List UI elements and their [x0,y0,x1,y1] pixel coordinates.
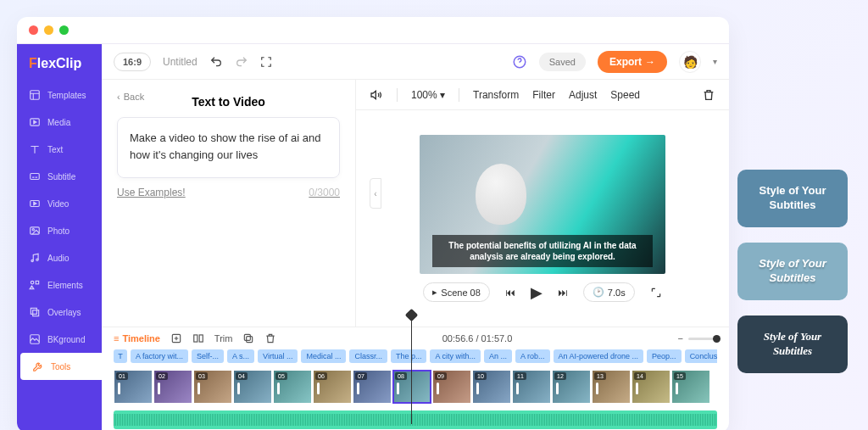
video-clip[interactable]: 11 [512,370,551,404]
prev-button[interactable]: ⏮ [505,287,515,299]
text-clip[interactable]: A factory wit... [131,349,188,363]
svg-point-9 [36,259,38,260]
text-clip[interactable]: An ... [484,349,512,363]
text-clip[interactable]: A s... [227,349,254,363]
text-clip[interactable]: Virtual ... [258,349,298,363]
sidebar-item-elements[interactable]: Elements [17,271,102,299]
sidebar-item-bkground[interactable]: BKground [17,326,102,353]
subtitle-style-card-1[interactable]: Style of Your Subtitles [737,170,848,227]
help-button[interactable] [512,54,527,70]
split-button[interactable] [192,332,204,344]
fullscreen-button[interactable] [260,56,272,68]
window-close[interactable] [29,25,38,35]
text-clip[interactable]: An AI-powered drone ... [554,349,644,363]
transform-button[interactable]: Transform [473,89,519,101]
text-clip[interactable]: Conclusio... [685,349,717,363]
video-clip[interactable]: 09 [432,370,471,404]
sidebar-item-label: Photo [47,226,70,236]
copy-button[interactable] [242,332,254,344]
speed-button[interactable]: Speed [610,89,640,101]
video-clip[interactable]: 05 [273,370,312,404]
sidebar-item-label: Tools [51,362,70,371]
export-button[interactable]: Export → [598,51,667,73]
sidebar-item-video[interactable]: Video [17,190,102,217]
subtitle-style-card-2[interactable]: Style of Your Subtitles [737,243,848,300]
svg-rect-11 [36,281,39,284]
video-clip[interactable]: 07 [353,370,392,404]
sidebar-item-photo[interactable]: Photo [17,217,102,244]
sidebar-item-label: Text [47,145,63,154]
chevron-down-icon[interactable]: ▾ [713,57,717,66]
zoom-out-button[interactable]: − [678,333,683,343]
user-avatar[interactable]: 🧑 [679,51,701,73]
zoom-level[interactable]: 100% ▾ [411,89,445,101]
text-clip[interactable]: The p... [391,349,427,363]
video-clip[interactable]: 15 [671,370,710,404]
text-clip[interactable]: A city with... [430,349,481,363]
project-title[interactable]: Untitled [163,56,198,68]
text-clip[interactable]: Classr... [349,349,387,363]
video-clip[interactable]: 02 [153,370,192,404]
sidebar-item-overlays[interactable]: Overlays [17,299,102,326]
video-clip[interactable]: 03 [193,370,232,404]
text-clip[interactable]: Medical ... [301,349,346,363]
aspect-ratio-button[interactable]: 16:9 [114,53,151,71]
video-clip[interactable]: 01 [114,370,153,404]
video-track[interactable]: 010203040506070809101112131415 [114,370,717,404]
expand-button[interactable] [650,287,662,299]
svg-marker-2 [34,120,36,124]
adjust-button[interactable]: Adjust [569,89,597,101]
sidebar-item-text[interactable]: Text [17,136,102,163]
use-examples-link[interactable]: Use Examples! [117,187,186,198]
redo-button[interactable] [235,55,248,69]
video-clip[interactable]: 08 [392,370,431,404]
sidebar-item-media[interactable]: Media [17,109,102,136]
collapse-panel-button[interactable]: ‹ [370,178,381,209]
playhead[interactable] [411,314,412,424]
photo-icon [29,225,41,237]
panel-title: Text to Video [117,95,340,109]
duration-button[interactable]: 🕑 7.0s [583,282,635,302]
volume-icon[interactable] [370,88,383,102]
scene-button[interactable]: ▸ Scene 08 [423,282,489,302]
video-clip[interactable]: 10 [472,370,511,404]
sidebar-item-templates[interactable]: Templates [17,81,102,109]
sidebar: FlexClip Templates Media Text Subtitle V… [17,44,102,430]
sidebar-item-tools[interactable]: Tools [20,353,102,380]
text-clip[interactable]: Self-... [192,349,224,363]
text-icon [29,143,41,155]
prompt-input[interactable]: Make a video to show the rise of ai and … [117,117,340,178]
sidebar-item-label: Overlays [47,308,81,317]
text-clip[interactable]: Peop... [647,349,682,363]
video-clip[interactable]: 13 [592,370,631,404]
timeline-tab[interactable]: ≡ Timeline [114,333,160,343]
window-maximize[interactable] [59,25,69,35]
delete-clip-button[interactable] [264,332,276,344]
video-clip[interactable]: 04 [233,370,272,404]
undo-button[interactable] [209,55,223,69]
subtitle-style-card-3[interactable]: Style of Your Subtitles [737,316,848,373]
sidebar-item-subtitle[interactable]: Subtitle [17,163,102,190]
filter-button[interactable]: Filter [532,89,555,101]
window-minimize[interactable] [44,25,53,35]
char-counter: 0/3000 [309,187,340,198]
text-clip[interactable]: T [114,349,127,363]
video-clip[interactable]: 12 [552,370,591,404]
next-button[interactable]: ⏭ [558,287,568,299]
svg-rect-3 [31,174,40,180]
svg-rect-6 [31,227,40,234]
trim-label[interactable]: Trim [214,333,233,343]
text-clip[interactable]: A rob... [515,349,550,363]
zoom-slider[interactable] [688,338,717,340]
video-clip[interactable]: 14 [632,370,670,404]
play-button[interactable]: ▶ [531,283,542,302]
svg-marker-5 [34,202,36,205]
preview-canvas[interactable]: The potential benefits of utilizing AI i… [420,135,665,274]
audio-track[interactable] [114,410,717,429]
sidebar-item-audio[interactable]: Audio [17,244,102,271]
video-clip[interactable]: 06 [313,370,352,404]
add-button[interactable] [170,332,182,344]
text-track[interactable]: TA factory wit...Self-...A s...Virtual .… [114,349,717,363]
background-icon [29,333,41,345]
delete-button[interactable] [702,88,715,102]
